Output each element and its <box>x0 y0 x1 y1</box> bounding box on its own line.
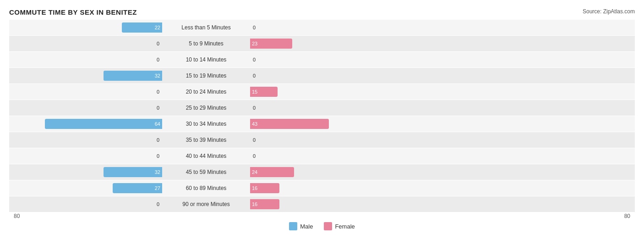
row-label: 35 to 39 Minutes <box>165 137 247 143</box>
male-bar-section: 0 <box>9 132 165 148</box>
male-bar-section: 32 <box>9 164 165 180</box>
male-value: 0 <box>157 41 159 46</box>
row-label: Less than 5 Minutes <box>165 24 247 31</box>
female-value: 0 <box>253 105 256 111</box>
female-bar-section: 23 <box>247 36 403 51</box>
chart-area: 22Less than 5 Minutes005 to 9 Minutes230… <box>9 20 635 212</box>
male-value: 0 <box>157 89 159 95</box>
female-value: 15 <box>250 89 259 95</box>
table-row: 3245 to 59 Minutes24 <box>9 164 635 180</box>
row-label: 10 to 14 Minutes <box>165 56 247 63</box>
male-value: 0 <box>157 57 159 62</box>
male-bar-section: 64 <box>9 116 165 132</box>
axis-right: 80 <box>479 213 635 219</box>
male-value: 27 <box>153 185 162 191</box>
chart-container: COMMUTE TIME BY SEX IN BENITEZ Source: Z… <box>0 0 644 240</box>
male-bar-section: 0 <box>9 36 165 51</box>
table-row: 010 to 14 Minutes0 <box>9 52 635 67</box>
row-label: 30 to 34 Minutes <box>165 121 247 127</box>
table-row: 05 to 9 Minutes23 <box>9 36 635 51</box>
female-value: 16 <box>250 185 259 191</box>
table-row: 6430 to 34 Minutes43 <box>9 116 635 132</box>
female-bar-section: 43 <box>247 116 403 132</box>
male-value: 0 <box>157 137 159 143</box>
table-row: 22Less than 5 Minutes0 <box>9 20 635 35</box>
female-value: 0 <box>253 73 256 78</box>
female-bar-section: 0 <box>247 100 403 116</box>
male-bar-section: 27 <box>9 180 165 196</box>
female-bar-section: 0 <box>247 20 403 35</box>
table-row: 040 to 44 Minutes0 <box>9 148 635 164</box>
female-value: 23 <box>250 41 259 46</box>
male-bar-section: 0 <box>9 84 165 100</box>
table-row: 2760 to 89 Minutes16 <box>9 180 635 196</box>
female-legend-box <box>324 222 332 230</box>
male-value: 32 <box>153 73 162 78</box>
male-bar-section: 0 <box>9 52 165 67</box>
table-row: 3215 to 19 Minutes0 <box>9 68 635 84</box>
female-bar-section: 15 <box>247 84 403 100</box>
header-row: COMMUTE TIME BY SEX IN BENITEZ Source: Z… <box>9 8 635 16</box>
male-value: 32 <box>153 169 162 175</box>
female-value: 0 <box>253 153 256 159</box>
male-value: 0 <box>157 105 159 111</box>
row-label: 45 to 59 Minutes <box>165 169 247 175</box>
female-bar-section: 16 <box>247 196 403 212</box>
table-row: 090 or more Minutes16 <box>9 196 635 212</box>
table-row: 020 to 24 Minutes15 <box>9 84 635 100</box>
legend-female: Female <box>324 222 355 230</box>
legend-row: Male Female <box>9 222 635 230</box>
female-value: 0 <box>253 137 256 143</box>
row-label: 25 to 29 Minutes <box>165 105 247 111</box>
female-bar-section: 24 <box>247 164 403 180</box>
female-bar-section: 0 <box>247 132 403 148</box>
female-value: 43 <box>250 121 259 127</box>
table-row: 025 to 29 Minutes0 <box>9 100 635 116</box>
male-bar-section: 22 <box>9 20 165 35</box>
chart-title: COMMUTE TIME BY SEX IN BENITEZ <box>9 8 137 16</box>
row-label: 40 to 44 Minutes <box>165 153 247 159</box>
female-value: 0 <box>253 57 256 62</box>
row-label: 5 to 9 Minutes <box>165 40 247 47</box>
female-bar-section: 0 <box>247 148 403 164</box>
male-value: 64 <box>153 121 162 127</box>
axis-left: 80 <box>9 213 165 219</box>
source-text: Source: ZipAtlas.com <box>583 8 635 15</box>
male-legend-box <box>289 222 297 230</box>
female-legend-label: Female <box>335 223 355 230</box>
male-bar-section: 0 <box>9 196 165 212</box>
male-bar-section: 0 <box>9 148 165 164</box>
female-value: 0 <box>253 25 256 30</box>
male-bar-section: 0 <box>9 100 165 116</box>
table-row: 035 to 39 Minutes0 <box>9 132 635 148</box>
female-bar-section: 0 <box>247 68 403 84</box>
male-legend-label: Male <box>300 223 313 230</box>
male-bar-section: 32 <box>9 68 165 84</box>
male-value: 0 <box>157 153 159 159</box>
female-value: 16 <box>250 201 259 207</box>
legend-male: Male <box>289 222 313 230</box>
row-label: 20 to 24 Minutes <box>165 89 247 95</box>
row-label: 15 to 19 Minutes <box>165 73 247 79</box>
male-value: 0 <box>157 201 159 207</box>
row-label: 60 to 89 Minutes <box>165 185 247 191</box>
male-value: 22 <box>153 25 162 30</box>
female-bar-section: 16 <box>247 180 403 196</box>
row-label: 90 or more Minutes <box>165 201 247 207</box>
axis-labels: 80 80 <box>9 213 635 219</box>
female-value: 24 <box>250 169 259 175</box>
female-bar-section: 0 <box>247 52 403 67</box>
